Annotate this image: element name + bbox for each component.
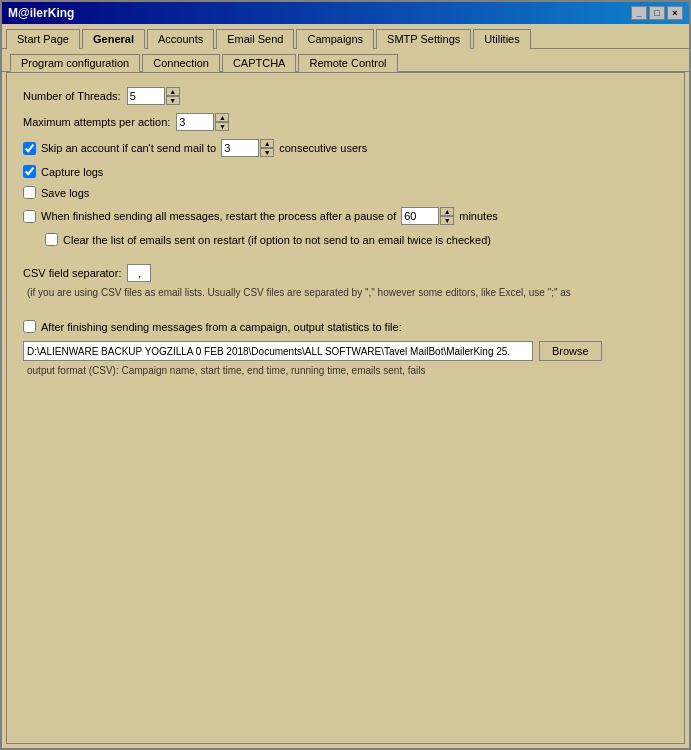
skip-account-input[interactable] xyxy=(221,139,259,157)
tab-start-page[interactable]: Start Page xyxy=(6,29,80,49)
threads-label: Number of Threads: xyxy=(23,90,121,102)
restart-suffix: minutes xyxy=(459,210,498,222)
capture-logs-label: Capture logs xyxy=(41,166,103,178)
stats-label: After finishing sending messages from a … xyxy=(41,321,402,333)
attempts-spinner: ▲ ▼ xyxy=(176,113,229,131)
attempts-input[interactable] xyxy=(176,113,214,131)
restart-spin-down[interactable]: ▼ xyxy=(440,216,454,225)
attempts-spin-down[interactable]: ▼ xyxy=(215,122,229,131)
clear-list-label: Clear the list of emails sent on restart… xyxy=(63,234,491,246)
csv-separator-input[interactable] xyxy=(127,264,151,282)
skip-account-spin-up[interactable]: ▲ xyxy=(260,139,274,148)
stats-file-input[interactable] xyxy=(23,341,533,361)
subtab-remote-control[interactable]: Remote Control xyxy=(298,54,397,72)
stats-checkbox[interactable] xyxy=(23,320,36,333)
subtab-connection[interactable]: Connection xyxy=(142,54,220,72)
tab-campaigns[interactable]: Campaigns xyxy=(296,29,374,49)
save-logs-row: Save logs xyxy=(23,186,668,199)
skip-account-checkbox[interactable] xyxy=(23,142,36,155)
skip-account-row: Skip an account if can't send mail to ▲ … xyxy=(23,139,668,157)
sub-tabs-bar: Program configuration Connection CAPTCHA… xyxy=(2,49,689,72)
main-window: M@ilerKing _ □ × Start Page General Acco… xyxy=(0,0,691,750)
close-button[interactable]: × xyxy=(667,6,683,20)
attempts-row: Maximum attempts per action: ▲ ▼ xyxy=(23,113,668,131)
stats-row: After finishing sending messages from a … xyxy=(23,320,668,333)
skip-account-spinner: ▲ ▼ xyxy=(221,139,274,157)
output-hint: output format (CSV): Campaign name, star… xyxy=(27,365,668,376)
minimize-button[interactable]: _ xyxy=(631,6,647,20)
tab-email-send[interactable]: Email Send xyxy=(216,29,294,49)
content-area: Number of Threads: ▲ ▼ Maximum attempts … xyxy=(6,72,685,744)
attempts-spin-buttons: ▲ ▼ xyxy=(215,113,229,131)
save-logs-checkbox[interactable] xyxy=(23,186,36,199)
capture-logs-checkbox[interactable] xyxy=(23,165,36,178)
title-bar-buttons: _ □ × xyxy=(631,6,683,20)
attempts-label: Maximum attempts per action: xyxy=(23,116,170,128)
attempts-spin-up[interactable]: ▲ xyxy=(215,113,229,122)
capture-logs-row: Capture logs xyxy=(23,165,668,178)
restart-minutes-input[interactable] xyxy=(401,207,439,225)
restart-spin-up[interactable]: ▲ xyxy=(440,207,454,216)
threads-row: Number of Threads: ▲ ▼ xyxy=(23,87,668,105)
clear-list-row: Clear the list of emails sent on restart… xyxy=(45,233,668,246)
main-tabs-bar: Start Page General Accounts Email Send C… xyxy=(2,24,689,49)
window-title: M@ilerKing xyxy=(8,6,74,20)
browse-button[interactable]: Browse xyxy=(539,341,602,361)
csv-hint: (if you are using CSV files as email lis… xyxy=(27,286,668,300)
tab-accounts[interactable]: Accounts xyxy=(147,29,214,49)
threads-input[interactable] xyxy=(127,87,165,105)
restart-spinner: ▲ ▼ xyxy=(401,207,454,225)
csv-separator-label: CSV field separator: xyxy=(23,267,121,279)
title-bar: M@ilerKing _ □ × xyxy=(2,2,689,24)
skip-account-suffix: consecutive users xyxy=(279,142,367,154)
stats-file-row: Browse xyxy=(23,341,668,361)
restart-row: When finished sending all messages, rest… xyxy=(23,207,668,225)
threads-spin-down[interactable]: ▼ xyxy=(166,96,180,105)
subtab-program-config[interactable]: Program configuration xyxy=(10,54,140,72)
save-logs-label: Save logs xyxy=(41,187,89,199)
skip-account-spin-buttons: ▲ ▼ xyxy=(260,139,274,157)
skip-account-label: Skip an account if can't send mail to xyxy=(41,142,216,154)
subtab-captcha[interactable]: CAPTCHA xyxy=(222,54,297,72)
tab-smtp-settings[interactable]: SMTP Settings xyxy=(376,29,471,49)
maximize-button[interactable]: □ xyxy=(649,6,665,20)
tab-general[interactable]: General xyxy=(82,29,145,49)
tab-utilities[interactable]: Utilities xyxy=(473,29,530,49)
skip-account-spin-down[interactable]: ▼ xyxy=(260,148,274,157)
restart-spin-buttons: ▲ ▼ xyxy=(440,207,454,225)
threads-spin-buttons: ▲ ▼ xyxy=(166,87,180,105)
restart-checkbox[interactable] xyxy=(23,210,36,223)
threads-spin-up[interactable]: ▲ xyxy=(166,87,180,96)
csv-separator-row: CSV field separator: xyxy=(23,264,668,282)
threads-spinner: ▲ ▼ xyxy=(127,87,180,105)
clear-list-checkbox[interactable] xyxy=(45,233,58,246)
restart-label: When finished sending all messages, rest… xyxy=(41,210,396,222)
